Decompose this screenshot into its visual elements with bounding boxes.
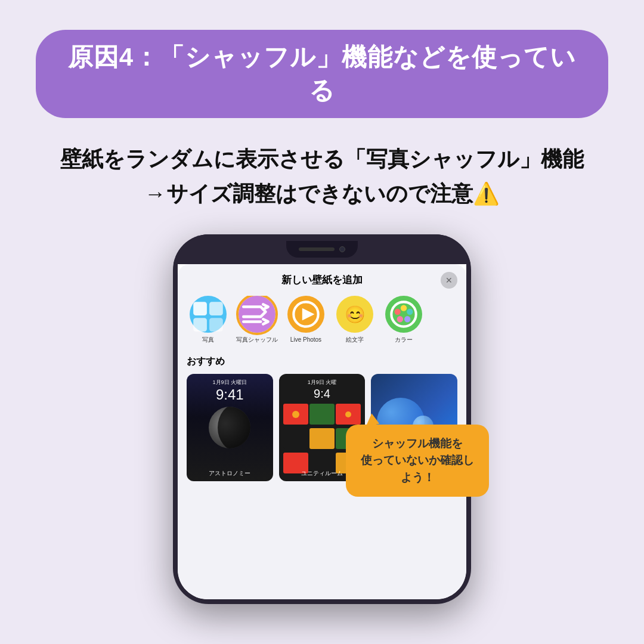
unity-time: 1月9日 火曜 bbox=[308, 379, 337, 386]
phone-notch bbox=[286, 241, 358, 258]
phone-speaker bbox=[299, 247, 335, 251]
live-icon-label: Live Photos bbox=[290, 336, 321, 343]
flower-2 bbox=[309, 404, 335, 425]
flower-4 bbox=[283, 428, 308, 449]
astro-label: アストロノミー bbox=[187, 469, 273, 478]
title-badge-text: 原因4：「シャッフル」機能などを使っている bbox=[68, 43, 576, 104]
emoji-icon-label: 絵文字 bbox=[346, 336, 364, 343]
photos-icon-circle bbox=[190, 296, 227, 333]
title-badge: 原因4：「シャッフル」機能などを使っている bbox=[36, 30, 608, 118]
astro-bg: 1月9日 火曜日 9:41 bbox=[187, 374, 273, 481]
color-icon-circle bbox=[385, 296, 422, 333]
photos-icon bbox=[190, 296, 227, 333]
icon-item-color[interactable]: カラー bbox=[382, 296, 425, 343]
description-line2: →サイズ調整はできないので注意⚠️ bbox=[60, 177, 584, 211]
photos-icon-label: 写真 bbox=[202, 336, 214, 343]
description-line1: 壁紙をランダムに表示させる「写真シャッフル」機能 bbox=[60, 147, 584, 171]
shuffle-icon bbox=[239, 296, 275, 333]
shuffle-icon-label: 写真シャッフル bbox=[236, 336, 278, 343]
shuffle-icon-circle bbox=[239, 296, 275, 333]
emoji-icon: 😊 bbox=[345, 305, 366, 324]
page-wrapper: 原因4：「シャッフル」機能などを使っている 壁紙をランダムに表示させる「写真シャ… bbox=[0, 0, 644, 644]
modal-close-button[interactable]: ✕ bbox=[441, 272, 457, 289]
moon-circle bbox=[209, 407, 250, 448]
unity-clock: 9:4 bbox=[314, 388, 330, 400]
svg-point-10 bbox=[404, 316, 410, 322]
svg-rect-0 bbox=[193, 302, 207, 316]
icon-row: 写真 写真シ bbox=[187, 296, 457, 343]
astro-time: 1月9日 火曜日 bbox=[213, 379, 247, 386]
modal-title: 新しい壁紙を追加 bbox=[281, 273, 363, 287]
phone-camera bbox=[339, 246, 345, 252]
astro-clock: 9:41 bbox=[216, 388, 244, 402]
live-icon-circle bbox=[287, 296, 324, 333]
speech-bubble-text: シャッフル機能を使っていないか確認しよう！ bbox=[359, 435, 476, 487]
flower-3 bbox=[336, 404, 361, 425]
speech-bubble: シャッフル機能を使っていないか確認しよう！ bbox=[346, 425, 489, 497]
modal-header: 新しい壁紙を追加 ✕ bbox=[187, 273, 457, 287]
flower-5 bbox=[309, 428, 335, 449]
svg-point-9 bbox=[407, 309, 413, 315]
moon-shadow bbox=[218, 407, 250, 448]
flower-1 bbox=[283, 404, 308, 425]
icon-item-emoji[interactable]: 😊 絵文字 bbox=[333, 296, 376, 343]
svg-marker-5 bbox=[302, 308, 315, 321]
icon-item-photos[interactable]: 写真 bbox=[187, 296, 230, 343]
icon-item-live[interactable]: Live Photos bbox=[284, 296, 327, 343]
recommended-title: おすすめ bbox=[187, 355, 457, 368]
svg-rect-2 bbox=[193, 318, 207, 332]
phone-wrapper: 新しい壁紙を追加 ✕ bbox=[173, 234, 471, 604]
color-palette-icon bbox=[385, 296, 422, 333]
phone-frame: 新しい壁紙を追加 ✕ bbox=[173, 234, 471, 604]
svg-rect-1 bbox=[209, 302, 223, 316]
phone-top-bar bbox=[173, 234, 471, 264]
svg-point-8 bbox=[401, 305, 407, 311]
svg-rect-3 bbox=[209, 318, 223, 332]
color-icon-label: カラー bbox=[395, 336, 413, 343]
wallpaper-thumb-astro[interactable]: 1月9日 火曜日 9:41 アストロノミー bbox=[187, 374, 273, 481]
emoji-icon-circle: 😊 bbox=[336, 296, 373, 333]
icon-item-shuffle[interactable]: 写真シャッフル bbox=[236, 296, 278, 343]
description: 壁紙をランダムに表示させる「写真シャッフル」機能 →サイズ調整はできないので注意… bbox=[60, 142, 584, 210]
svg-point-11 bbox=[397, 316, 403, 322]
live-photos-icon bbox=[287, 296, 324, 333]
svg-point-7 bbox=[395, 309, 401, 315]
